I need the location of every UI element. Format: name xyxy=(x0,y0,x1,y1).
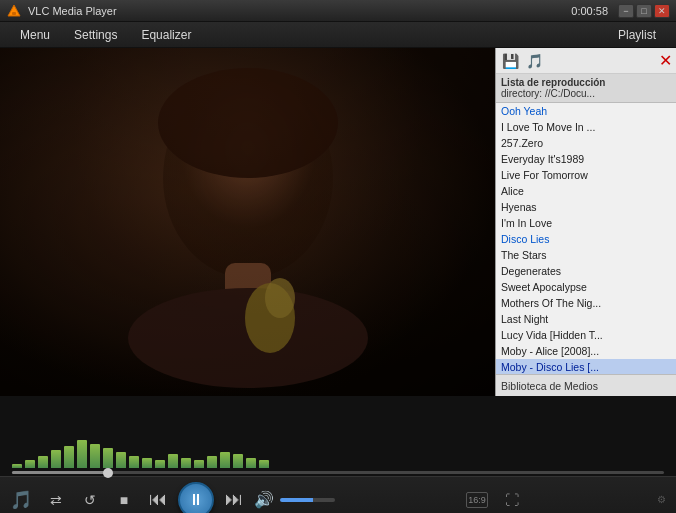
vlc-icon xyxy=(6,3,22,19)
playlist-items: Ooh YeahI Love To Move In ...257.ZeroEve… xyxy=(496,103,676,374)
playlist-item-7[interactable]: I'm In Love xyxy=(496,215,676,231)
volume-slider[interactable] xyxy=(280,498,335,502)
menu-item-equalizer[interactable]: Equalizer xyxy=(129,25,203,45)
controls-bar: 🎵 ⇄ ↺ ■ ⏮ ⏸ ⏭ 🔊 16:9 ⛶ ⚙ xyxy=(0,476,676,513)
playlist-item-8[interactable]: Disco Lies xyxy=(496,231,676,247)
play-pause-button[interactable]: ⏸ xyxy=(178,482,214,514)
playlist-item-10[interactable]: Degenerates xyxy=(496,263,676,279)
svg-point-8 xyxy=(265,278,295,318)
stop-button[interactable]: ■ xyxy=(110,486,138,514)
repeat-button[interactable]: ↺ xyxy=(76,486,104,514)
menu-bar: Menu Settings Equalizer Playlist xyxy=(0,22,676,48)
playlist-scroll[interactable]: Lista de reproducción directory: //C:/Do… xyxy=(496,74,676,374)
playlist-item-16[interactable]: Moby - Disco Lies [... xyxy=(496,359,676,374)
playlist-header: Lista de reproducción directory: //C:/Do… xyxy=(496,74,676,103)
eq-bar-6 xyxy=(90,444,100,468)
eq-bar-5 xyxy=(77,440,87,468)
eq-bar-14 xyxy=(194,460,204,468)
prev-button[interactable]: ⏮ xyxy=(144,486,172,514)
minimize-button[interactable]: − xyxy=(618,4,634,18)
eq-bar-0 xyxy=(12,464,22,468)
eq-bar-15 xyxy=(207,456,217,468)
pl-add-icon[interactable]: 🎵 xyxy=(524,52,544,70)
audio-icon: 🎵 xyxy=(10,489,32,511)
settings-icon[interactable]: ⚙ xyxy=(657,494,666,505)
title-bar: VLC Media Player 0:00:58 − □ ✕ xyxy=(0,0,676,22)
playlist-toolbar: 💾 🎵 ✕ xyxy=(496,48,676,74)
eq-bar-11 xyxy=(155,460,165,468)
eq-bar-12 xyxy=(168,454,178,468)
svg-rect-1 xyxy=(12,12,16,15)
playlist-item-15[interactable]: Moby - Alice [2008]... xyxy=(496,343,676,359)
eq-bar-3 xyxy=(51,450,61,468)
menu-item-settings[interactable]: Settings xyxy=(62,25,129,45)
playlist-title: Lista de reproducción xyxy=(501,77,671,88)
menu-item-menu[interactable]: Menu xyxy=(8,25,62,45)
aspect-ratio-button[interactable]: 16:9 xyxy=(466,492,488,508)
media-library-button[interactable]: Biblioteca de Medios xyxy=(496,374,676,396)
playlist-item-3[interactable]: Everyday It's1989 xyxy=(496,151,676,167)
eq-bar-16 xyxy=(220,452,230,468)
next-button[interactable]: ⏭ xyxy=(220,486,248,514)
main-content: 💾 🎵 ✕ Lista de reproducción directory: /… xyxy=(0,48,676,396)
playlist-item-13[interactable]: Last Night xyxy=(496,311,676,327)
video-area[interactable] xyxy=(0,48,495,396)
eq-bar-4 xyxy=(64,446,74,468)
playlist-item-14[interactable]: Lucy Vida [Hidden T... xyxy=(496,327,676,343)
maximize-button[interactable]: □ xyxy=(636,4,652,18)
shuffle-button[interactable]: ⇄ xyxy=(42,486,70,514)
playlist-item-4[interactable]: Live For Tomorrow xyxy=(496,167,676,183)
playlist-item-9[interactable]: The Stars xyxy=(496,247,676,263)
eq-bar-13 xyxy=(181,458,191,468)
playlist-panel: 💾 🎵 ✕ Lista de reproducción directory: /… xyxy=(495,48,676,396)
pl-save-icon[interactable]: 💾 xyxy=(500,52,520,70)
svg-point-4 xyxy=(158,68,338,178)
eq-bar-19 xyxy=(259,460,269,468)
eq-bar-7 xyxy=(103,448,113,468)
playlist-directory: directory: //C:/Docu... xyxy=(501,88,671,99)
close-button[interactable]: ✕ xyxy=(654,4,670,18)
pl-close-button[interactable]: ✕ xyxy=(659,51,672,70)
eq-bar-8 xyxy=(116,452,126,468)
fullscreen-button[interactable]: ⛶ xyxy=(498,486,526,514)
eq-bar-18 xyxy=(246,458,256,468)
seek-bar[interactable] xyxy=(12,471,664,474)
playlist-item-2[interactable]: 257.Zero xyxy=(496,135,676,151)
eq-bar-2 xyxy=(38,456,48,468)
seek-progress xyxy=(12,471,110,474)
playlist-item-5[interactable]: Alice xyxy=(496,183,676,199)
playlist-item-0[interactable]: Ooh Yeah xyxy=(496,103,676,119)
eq-bar-17 xyxy=(233,454,243,468)
playlist-item-6[interactable]: Hyenas xyxy=(496,199,676,215)
eq-bars xyxy=(12,408,269,468)
volume-icon: 🔊 xyxy=(254,490,274,509)
playlist-item-11[interactable]: Sweet Apocalypse xyxy=(496,279,676,295)
eq-bar-9 xyxy=(129,456,139,468)
playback-time: 0:00:58 xyxy=(571,5,608,17)
app-title: VLC Media Player xyxy=(28,5,571,17)
equalizer-area xyxy=(0,396,676,476)
playlist-item-1[interactable]: I Love To Move In ... xyxy=(496,119,676,135)
playlist-item-12[interactable]: Mothers Of The Nig... xyxy=(496,295,676,311)
playlist-button[interactable]: Playlist xyxy=(606,25,668,45)
eq-bar-1 xyxy=(25,460,35,468)
eq-bar-10 xyxy=(142,458,152,468)
